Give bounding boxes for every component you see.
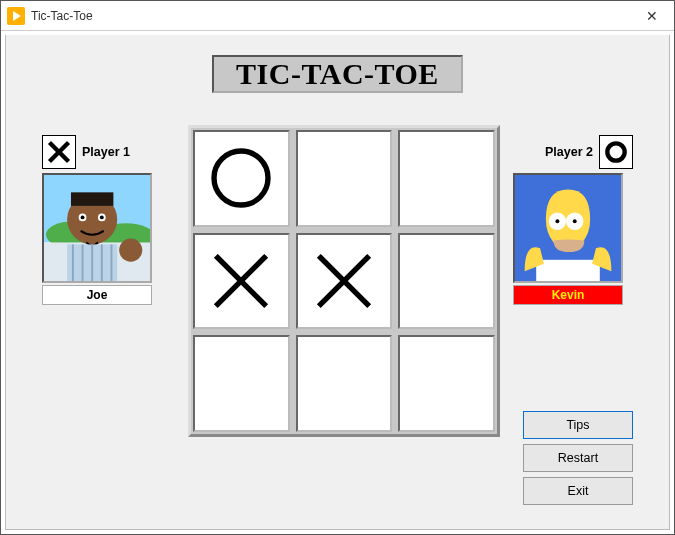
cell-0-1[interactable] xyxy=(296,130,393,227)
svg-point-22 xyxy=(607,143,624,160)
cell-2-1[interactable] xyxy=(296,335,393,432)
cell-0-2[interactable] xyxy=(398,130,495,227)
tips-button[interactable]: Tips xyxy=(523,411,633,439)
svg-point-27 xyxy=(573,219,577,223)
player2-name: Kevin xyxy=(513,285,623,305)
player1-name: Joe xyxy=(42,285,152,305)
player2-panel: Player 2 xyxy=(513,135,633,305)
exit-button[interactable]: Exit xyxy=(523,477,633,505)
player2-label: Player 2 xyxy=(545,145,593,159)
game-board xyxy=(188,125,500,437)
cell-1-1[interactable] xyxy=(296,233,393,330)
cell-2-2[interactable] xyxy=(398,335,495,432)
svg-rect-28 xyxy=(536,260,600,281)
client-area: TIC-TAC-TOE Player 1 xyxy=(5,35,670,530)
x-icon xyxy=(308,245,380,317)
svg-point-29 xyxy=(214,151,268,205)
svg-point-13 xyxy=(100,215,104,219)
o-icon xyxy=(205,142,277,214)
cell-1-2[interactable] xyxy=(398,233,495,330)
button-column: Tips Restart Exit xyxy=(523,411,633,505)
x-icon xyxy=(205,245,277,317)
svg-point-11 xyxy=(81,215,85,219)
svg-point-25 xyxy=(555,219,559,223)
svg-rect-21 xyxy=(127,241,135,253)
window-title: Tic-Tac-Toe xyxy=(31,1,629,31)
player1-avatar xyxy=(42,173,152,283)
player2-symbol-icon xyxy=(599,135,633,169)
page-title: TIC-TAC-TOE xyxy=(212,55,463,93)
cell-0-0[interactable] xyxy=(193,130,290,227)
player2-avatar xyxy=(513,173,623,283)
close-button[interactable]: ✕ xyxy=(629,1,674,31)
window: Tic-Tac-Toe ✕ TIC-TAC-TOE Player 1 xyxy=(0,0,675,535)
app-icon xyxy=(7,7,25,25)
restart-button[interactable]: Restart xyxy=(523,444,633,472)
player1-symbol-icon xyxy=(42,135,76,169)
cell-2-0[interactable] xyxy=(193,335,290,432)
cell-1-0[interactable] xyxy=(193,233,290,330)
player1-panel: Player 1 xyxy=(42,135,162,305)
player1-label: Player 1 xyxy=(82,145,130,159)
svg-rect-9 xyxy=(71,192,113,205)
titlebar: Tic-Tac-Toe ✕ xyxy=(1,1,674,31)
